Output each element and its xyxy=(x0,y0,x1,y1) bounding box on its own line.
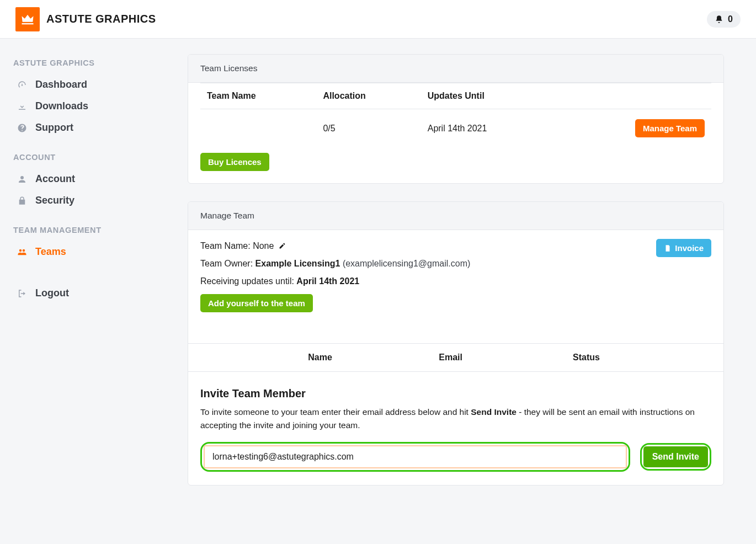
card-title: Manage Team xyxy=(188,202,723,230)
document-icon xyxy=(664,244,672,252)
crown-icon xyxy=(20,12,35,27)
gauge-icon xyxy=(17,80,28,90)
question-icon xyxy=(17,123,28,133)
col-member-email: Email xyxy=(386,344,515,372)
sidebar-item-label: Support xyxy=(35,122,73,134)
sidebar-item-dashboard[interactable]: Dashboard xyxy=(13,74,174,95)
team-name-value: None xyxy=(253,241,274,250)
sidebar-item-label: Downloads xyxy=(35,100,88,112)
notifications-button[interactable]: 0 xyxy=(707,11,741,28)
team-licenses-card: Team Licenses Team Name Allocation Updat… xyxy=(188,54,724,184)
invite-description: To invite someone to your team enter the… xyxy=(200,406,711,432)
sidebar-item-label: Logout xyxy=(35,287,69,299)
col-team-name: Team Name xyxy=(200,83,316,109)
team-name-line: Team Name: None xyxy=(200,241,711,251)
invoice-button-label: Invoice xyxy=(675,243,704,253)
sidebar-section-title: ACCOUNT xyxy=(13,153,174,162)
invite-email-highlight xyxy=(200,442,630,472)
licenses-table: Team Name Allocation Updates Until 0/5 A… xyxy=(200,83,711,147)
sidebar-item-label: Security xyxy=(35,195,74,206)
team-owner-line: Team Owner: Example Licensing1 (examplel… xyxy=(200,259,711,269)
members-table: Name Email Status xyxy=(188,343,723,372)
cell-team-name xyxy=(200,109,316,148)
add-self-button[interactable]: Add yourself to the team xyxy=(200,294,313,312)
sidebar-item-security[interactable]: Security xyxy=(13,190,174,211)
invite-email-input[interactable] xyxy=(204,445,627,468)
updates-until-line: Receiving updates until: April 14th 2021 xyxy=(200,276,711,286)
col-member-status: Status xyxy=(515,344,657,372)
updates-until-value: April 14th 2021 xyxy=(296,276,359,286)
sidebar-item-label: Teams xyxy=(35,246,66,258)
edit-team-name-button[interactable] xyxy=(276,241,286,250)
user-icon xyxy=(17,174,28,184)
brand: ASTUTE GRAPHICS xyxy=(15,7,156,31)
sidebar-section-title: ASTUTE GRAPHICS xyxy=(13,58,174,67)
brand-name: ASTUTE GRAPHICS xyxy=(46,13,156,25)
sidebar-item-logout[interactable]: Logout xyxy=(13,282,174,304)
logout-icon xyxy=(17,289,28,298)
send-invite-button[interactable]: Send Invite xyxy=(643,446,708,467)
sidebar: ASTUTE GRAPHICS Dashboard Downloads Supp… xyxy=(0,39,188,525)
invite-title: Invite Team Member xyxy=(200,387,711,400)
sidebar-item-account[interactable]: Account xyxy=(13,168,174,190)
cell-updates-until: April 14th 2021 xyxy=(421,109,557,148)
sidebar-item-teams[interactable]: Teams xyxy=(13,241,174,263)
bell-icon xyxy=(715,15,723,24)
invoice-button[interactable]: Invoice xyxy=(656,239,711,257)
manage-team-card: Manage Team Invoice Team Name: None Team… xyxy=(188,201,724,486)
send-invite-highlight: Send Invite xyxy=(640,443,711,471)
brand-logo xyxy=(15,7,40,31)
team-owner-email: (examplelicensing1@gmail.com) xyxy=(343,259,470,268)
col-allocation: Allocation xyxy=(316,83,420,109)
sidebar-item-support[interactable]: Support xyxy=(13,117,174,138)
main-content: Team Licenses Team Name Allocation Updat… xyxy=(188,39,739,525)
col-actions xyxy=(557,83,711,109)
sidebar-section-title: TEAM MANAGEMENT xyxy=(13,226,174,234)
col-blank xyxy=(188,344,254,372)
cell-allocation: 0/5 xyxy=(316,109,420,148)
col-updates-until: Updates Until xyxy=(421,83,557,109)
download-icon xyxy=(17,102,28,111)
buy-licences-button[interactable]: Buy Licences xyxy=(200,153,269,171)
notifications-count: 0 xyxy=(728,14,733,24)
manage-team-button[interactable]: Manage Team xyxy=(635,119,705,137)
sidebar-item-downloads[interactable]: Downloads xyxy=(13,95,174,117)
card-title: Team Licenses xyxy=(188,55,723,83)
col-blank-end xyxy=(657,344,723,372)
users-icon xyxy=(17,247,28,257)
sidebar-item-label: Dashboard xyxy=(35,79,87,90)
invite-section: Invite Team Member To invite someone to … xyxy=(188,387,723,485)
team-owner-name: Example Licensing1 xyxy=(255,259,340,268)
sidebar-item-label: Account xyxy=(35,173,75,185)
pencil-icon xyxy=(279,242,286,249)
table-row: 0/5 April 14th 2021 Manage Team xyxy=(200,109,711,148)
lock-icon xyxy=(17,196,28,206)
app-header: ASTUTE GRAPHICS 0 xyxy=(0,0,756,39)
col-member-name: Name xyxy=(254,344,386,372)
